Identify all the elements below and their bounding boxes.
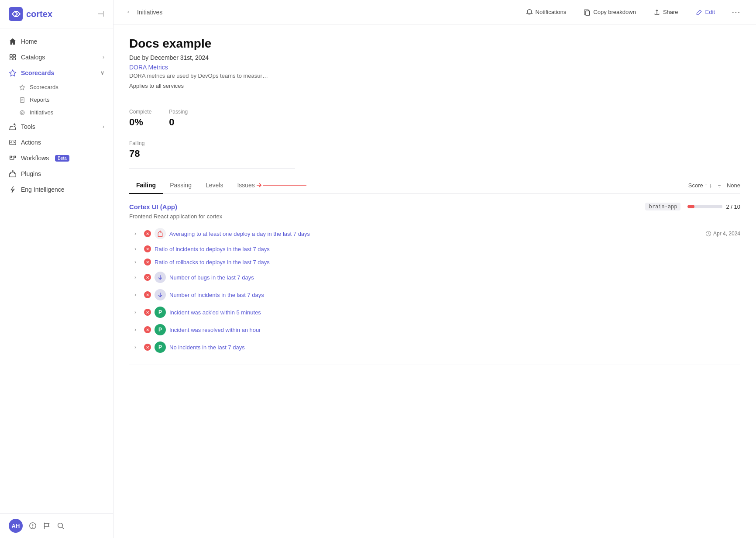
issues-arrow-icon	[257, 183, 306, 188]
sidebar-item-workflows[interactable]: Workflows Beta	[0, 150, 113, 166]
stat-complete: Complete 0%	[129, 109, 151, 128]
workflows-beta-badge: Beta	[55, 155, 69, 162]
logo-text: cortex	[26, 9, 52, 19]
sidebar-item-catalogs-label: Catalogs	[21, 54, 45, 61]
scorecards-chevron-icon: ∨	[100, 70, 104, 76]
svg-rect-2	[13, 55, 15, 57]
bell-icon	[526, 9, 533, 16]
tools-chevron-icon: ›	[103, 124, 104, 130]
edit-icon	[696, 9, 703, 16]
topbar: ← Initiatives Notifications Copy breakdo…	[113, 0, 756, 24]
notifications-label: Notifications	[536, 9, 567, 15]
sidebar-item-scorecards[interactable]: Scorecards ∨	[0, 65, 113, 81]
sidebar-item-workflows-label: Workflows	[21, 155, 49, 162]
user-avatar[interactable]: AH	[9, 519, 23, 533]
share-icon	[653, 9, 660, 16]
expand-icon-1: ›	[134, 231, 141, 237]
rule-icon-badge-7: P	[155, 324, 166, 335]
share-button[interactable]: Share	[649, 6, 683, 18]
sidebar-sub-reports-label: Reports	[30, 97, 50, 103]
rule-row-6[interactable]: › ✕ P Incident was ack'ed within 5 minut…	[129, 303, 740, 321]
copy-icon	[584, 9, 591, 16]
filter-none-button[interactable]: None	[727, 182, 740, 189]
sidebar-item-eng-intelligence[interactable]: Eng Intelligence	[0, 182, 113, 197]
rule-icon-badge-4	[155, 272, 166, 283]
plugins-icon	[9, 170, 17, 178]
filter-icon[interactable]	[716, 183, 722, 189]
catalog-icon	[9, 53, 17, 61]
svg-point-12	[21, 111, 23, 113]
sidebar-item-scorecards-sub[interactable]: Scorecards	[0, 81, 113, 93]
failing-value: 78	[129, 148, 295, 159]
rule-icon-badge-5	[155, 289, 166, 300]
sidebar-item-tools[interactable]: Tools ›	[0, 119, 113, 134]
rule-row-8[interactable]: › ✕ P No incidents in the last 7 days	[129, 338, 740, 356]
tab-levels[interactable]: Levels	[199, 177, 230, 194]
score-bar	[687, 205, 722, 208]
sidebar-header: cortex ⊣	[0, 0, 113, 28]
sidebar-item-home[interactable]: Home	[0, 34, 113, 49]
rule-icon-badge-8: P	[155, 341, 166, 353]
rule-row-7[interactable]: › ✕ P Incident was resolved within an ho…	[129, 321, 740, 338]
topbar-right: Notifications Copy breakdown Share Edit …	[522, 5, 744, 19]
sidebar-sub-scorecards-label: Scorecards	[30, 84, 58, 90]
sidebar-item-catalogs[interactable]: Catalogs ›	[0, 49, 113, 65]
rule-row-5[interactable]: › ✕ Number of incidents in the last 7 da…	[129, 286, 740, 303]
dora-metrics-link[interactable]: DORA Metrics	[129, 64, 740, 71]
flag-icon[interactable]	[43, 522, 51, 530]
rule-error-icon-2: ✕	[144, 245, 151, 252]
back-button[interactable]: ←	[126, 7, 134, 17]
rule-row-3[interactable]: › ✕ Ratio of rollbacks to deploys in the…	[129, 255, 740, 269]
collapse-sidebar-button[interactable]: ⊣	[97, 9, 104, 19]
sidebar-item-home-label: Home	[21, 38, 37, 45]
share-label: Share	[663, 9, 678, 15]
rule-icon-badge-6: P	[155, 307, 166, 318]
rule-error-icon-5: ✕	[144, 291, 151, 298]
sort-button[interactable]: Score ↑ ↓	[688, 182, 712, 189]
rule-row-2[interactable]: › ✕ Ratio of incidents to deploys in the…	[129, 242, 740, 255]
catalogs-chevron-icon: ›	[103, 54, 104, 60]
tab-passing[interactable]: Passing	[163, 177, 199, 194]
filter-label: None	[727, 182, 740, 189]
svg-point-13	[14, 124, 15, 125]
reports-icon	[19, 97, 25, 103]
expand-icon-5: ›	[134, 292, 141, 298]
logo-icon	[9, 7, 23, 21]
copy-breakdown-button[interactable]: Copy breakdown	[579, 6, 640, 18]
svg-rect-19	[586, 10, 590, 15]
svg-line-18	[62, 528, 64, 529]
sidebar-nav: Home Catalogs › Scorecards ∨ Scorecards …	[0, 28, 113, 513]
divider-1	[129, 98, 295, 98]
rule-error-icon-4: ✕	[144, 274, 151, 281]
complete-value: 0%	[129, 117, 151, 128]
sidebar-item-initiatives[interactable]: Initiatives	[0, 106, 113, 119]
expand-icon-4: ›	[134, 274, 141, 280]
more-options-button[interactable]: ⋯	[728, 5, 744, 19]
sidebar-item-actions-label: Actions	[21, 139, 41, 146]
sidebar-item-reports[interactable]: Reports	[0, 93, 113, 106]
rule-label-4: Number of bugs in the last 7 days	[169, 274, 740, 281]
notifications-button[interactable]: Notifications	[522, 6, 571, 18]
svg-marker-5	[10, 70, 16, 76]
edit-button[interactable]: Edit	[691, 6, 719, 18]
failing-label: Failing	[129, 140, 295, 146]
sidebar-item-actions[interactable]: Actions	[0, 134, 113, 150]
rule-error-icon-3: ✕	[144, 259, 151, 266]
copy-breakdown-label: Copy breakdown	[593, 9, 636, 15]
expand-icon-8: ›	[134, 344, 141, 350]
sidebar-item-plugins[interactable]: Plugins	[0, 166, 113, 182]
help-icon[interactable]	[29, 522, 37, 530]
service-name[interactable]: Cortex UI (App)	[129, 203, 645, 210]
sidebar-item-scorecards-label: Scorecards	[21, 69, 54, 76]
tab-failing[interactable]: Failing	[129, 177, 163, 194]
rule-row-4[interactable]: › ✕ Number of bugs in the last 7 days	[129, 269, 740, 286]
svg-point-11	[20, 110, 24, 115]
search-icon[interactable]	[57, 522, 65, 530]
initiatives-icon	[19, 110, 25, 116]
breadcrumb: Initiatives	[137, 9, 162, 16]
tab-issues[interactable]: Issues	[230, 177, 313, 194]
stats-grid: Complete 0% Passing 0	[129, 109, 740, 128]
rule-row-1[interactable]: › ✕ Averaging to at least one deploy a d…	[129, 225, 740, 242]
home-icon	[9, 38, 17, 45]
rule-label-5: Number of incidents in the last 7 days	[169, 292, 740, 298]
